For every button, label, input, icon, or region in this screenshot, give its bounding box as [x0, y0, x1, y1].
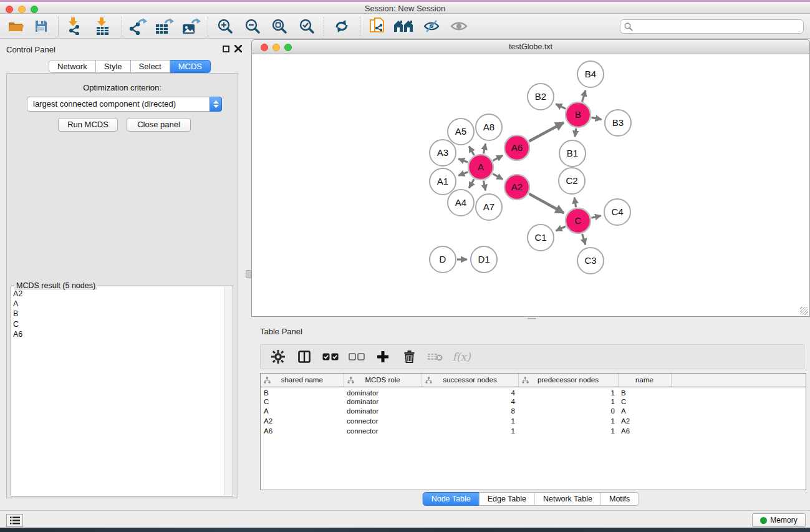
table-cell: dominator [344, 397, 422, 407]
status-bar: Memory [0, 510, 810, 528]
tab-mcds[interactable]: MCDS [170, 60, 211, 73]
table-row[interactable]: Cdominator41C [261, 397, 806, 407]
graph-edge-A-A8[interactable] [483, 143, 485, 153]
trash-icon [404, 351, 415, 363]
window-resize-grip[interactable] [800, 307, 808, 315]
column-header-shared-name[interactable]: shared name [261, 374, 344, 387]
gear-icon [271, 350, 285, 364]
graph-edge-C-C4[interactable] [591, 216, 600, 218]
delete-table-button[interactable] [427, 348, 444, 365]
first-neighbors-button[interactable] [393, 16, 415, 37]
mcds-result-item[interactable]: C [13, 319, 223, 329]
save-session-button[interactable] [30, 16, 52, 37]
column-header-successor-nodes[interactable]: successor nodes [422, 374, 518, 387]
main-toolbar [0, 14, 810, 39]
network-canvas[interactable]: B4B2BB3A5A8A6A3AB1A1C2A2A4A7CC4C1C3DD1 [251, 54, 810, 317]
control-panel: Control Panel Network Style Select MCDS … [0, 39, 244, 510]
export-image-button[interactable] [180, 16, 203, 37]
export-table-icon [155, 17, 174, 35]
graph-edge-C-C3[interactable] [582, 234, 586, 244]
tab-select[interactable]: Select [131, 60, 170, 73]
network-window-titlebar[interactable]: testGlobe.txt [251, 39, 810, 54]
tab-motifs[interactable]: Motifs [601, 492, 639, 506]
import-table-icon [95, 17, 110, 35]
graph-edge-A-A7[interactable] [483, 181, 485, 191]
graph-edge-A-A5[interactable] [469, 147, 474, 155]
memory-status-icon [760, 517, 767, 524]
graph-node-label: A4 [455, 197, 466, 208]
graph-edge-A-A4[interactable] [469, 179, 474, 188]
columns-button[interactable] [296, 348, 313, 365]
table-cell: 4 [422, 397, 518, 407]
run-mcds-button[interactable]: Run MCDS [58, 118, 118, 132]
table-row[interactable]: A2connector11A2 [261, 416, 806, 426]
deselect-all-button[interactable] [348, 348, 365, 365]
graph-edge-B-B1[interactable] [575, 128, 576, 137]
column-header-mcds-role[interactable]: MCDS role [344, 374, 422, 387]
zoom-out-button[interactable] [241, 16, 264, 37]
import-network-button[interactable] [64, 16, 87, 37]
toolbar-separator [360, 17, 360, 36]
delete-column-button[interactable] [400, 348, 418, 365]
column-header-name[interactable]: name [618, 374, 671, 387]
table-cell: 0 [518, 407, 618, 417]
mcds-result-item[interactable]: A [13, 299, 223, 309]
float-panel-icon[interactable] [223, 46, 229, 52]
mcds-scrollbar[interactable] [224, 287, 232, 495]
hide-selected-button[interactable] [420, 16, 443, 37]
show-all-button[interactable] [448, 16, 470, 37]
table-row[interactable]: Adominator80A [261, 407, 806, 417]
mcds-result-item[interactable]: A6 [13, 329, 223, 339]
tab-style[interactable]: Style [96, 60, 131, 73]
attribute-tree-icon [264, 377, 271, 384]
memory-button[interactable]: Memory [752, 513, 806, 527]
criterion-dropdown[interactable]: largest connected component (directed) [27, 97, 222, 112]
select-all-button[interactable] [322, 348, 339, 365]
vertical-splitter-handle[interactable] [246, 270, 251, 278]
column-header-predecessor-nodes[interactable]: predecessor nodes [518, 374, 618, 387]
graph-edge-C-C1[interactable] [556, 226, 566, 231]
search-field[interactable] [620, 19, 804, 34]
zoom-fit-button[interactable] [268, 16, 291, 37]
table-row[interactable]: Bdominator41B [261, 387, 806, 397]
new-network-from-selection-button[interactable] [367, 16, 389, 37]
refresh-layout-button[interactable] [330, 16, 353, 37]
graph-edge-A-A1[interactable] [458, 172, 468, 176]
close-panel-icon[interactable] [234, 45, 242, 52]
tab-node-table[interactable]: Node Table [423, 492, 480, 506]
zoom-selected-button[interactable] [296, 16, 318, 37]
graph-edge-A-A2[interactable] [493, 174, 503, 180]
export-table-button[interactable] [153, 16, 176, 37]
column-header-filler [671, 374, 806, 387]
graph-edge-B-B4[interactable] [582, 90, 586, 102]
close-panel-button[interactable]: Close panel [127, 118, 191, 132]
graph-edge-A6-B[interactable] [529, 122, 564, 141]
export-network-button[interactable] [127, 16, 149, 37]
mcds-result-box: MCDS result (5 nodes) A2ABCA6 [11, 286, 233, 496]
table-cell: dominator [344, 407, 422, 417]
gear-button[interactable] [269, 348, 287, 365]
graph-edge-A-A3[interactable] [458, 159, 468, 163]
graph-edge-A-A6[interactable] [493, 155, 503, 160]
task-history-button[interactable] [6, 514, 23, 527]
mcds-result-item[interactable]: B [13, 309, 223, 319]
zoom-in-button[interactable] [214, 16, 236, 37]
graph-edge-B-B2[interactable] [556, 104, 566, 109]
tab-network[interactable]: Network [49, 60, 96, 73]
network-window-title: testGlobe.txt [252, 42, 809, 51]
zoom-out-icon [245, 19, 260, 34]
function-builder-button[interactable]: f(x) [453, 348, 470, 365]
tab-network-table[interactable]: Network Table [535, 492, 601, 506]
open-session-button[interactable] [5, 16, 27, 37]
table-cell: A [261, 407, 344, 417]
table-row[interactable]: A6connector11A6 [261, 426, 806, 436]
graph-edge-C-C2[interactable] [574, 198, 576, 208]
add-column-button[interactable] [374, 348, 392, 365]
graph-edge-A2-C[interactable] [529, 194, 564, 213]
graph-edge-B-B3[interactable] [592, 117, 602, 119]
import-table-button[interactable] [92, 16, 114, 37]
mcds-result-item[interactable]: A2 [13, 289, 223, 299]
search-input[interactable] [635, 22, 803, 31]
tab-edge-table[interactable]: Edge Table [480, 492, 535, 506]
graph-node-label: B2 [535, 91, 546, 102]
